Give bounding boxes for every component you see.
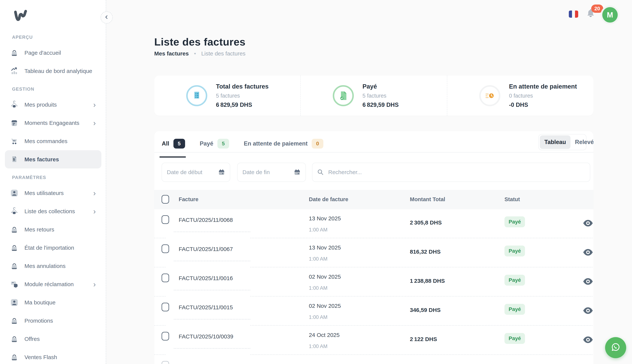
view-invoice-button[interactable]	[583, 336, 593, 344]
view-toggle-releve[interactable]: Relevé	[570, 135, 598, 149]
row-divider	[174, 232, 250, 232]
sidebar-item-mes-utilisateurs[interactable]: Mes utilisateurs›	[5, 184, 101, 202]
invoice-date: 02 Nov 2025	[309, 303, 341, 309]
start-date-input[interactable]	[167, 169, 216, 176]
sidebar-item-module-reclamation[interactable]: Module réclamation›	[5, 275, 101, 293]
tab-en-attente-de-paiement[interactable]: En attente de paiement0	[244, 139, 323, 150]
select-all-checkbox[interactable]	[162, 195, 169, 204]
view-invoice-button[interactable]	[583, 219, 593, 227]
whatsapp-button[interactable]	[605, 337, 626, 358]
invoice-number: FACTU/2025/11/0068	[179, 217, 233, 223]
search-input[interactable]	[328, 169, 585, 176]
sidebar-item-offres[interactable]: Offres	[5, 330, 101, 348]
hanger-icon	[10, 100, 19, 109]
sidebar-item-mes-commandes[interactable]: Mes commandes	[5, 132, 101, 150]
view-toggle-tableau[interactable]: Tableau	[540, 135, 570, 149]
notification-count-badge: 20	[591, 4, 603, 13]
row-checkbox[interactable]	[162, 274, 169, 282]
end-date-field[interactable]	[237, 163, 306, 182]
bag-icon	[10, 243, 19, 252]
sidebar-item-label: Mes produits	[25, 102, 57, 108]
chart-icon	[10, 66, 19, 76]
tab-count-badge: 0	[312, 139, 323, 148]
table-row: FACTU/2025/11/001602 Nov 20251:00 AM1 23…	[154, 268, 593, 297]
view-invoice-button[interactable]	[583, 248, 593, 256]
breadcrumb-item-current-page: Liste des factures	[201, 50, 245, 57]
status-badge: Payé	[504, 304, 525, 315]
stat-card-paye: Payé5 factures6 829,59 DHS	[300, 76, 447, 116]
stat-texts: Total des factures5 factures6 829,59 DHS	[216, 83, 269, 108]
row-checkbox[interactable]	[162, 361, 169, 364]
sidebar-item-tableau-de-bord-analytique[interactable]: Tableau de bord analytique	[5, 62, 101, 80]
status-badge: Payé	[504, 275, 525, 286]
sidebar-item-label: Liste des collections	[25, 208, 75, 214]
row-checkbox[interactable]	[162, 332, 169, 340]
avatar[interactable]: M	[602, 7, 618, 22]
bell-icon	[585, 16, 596, 19]
calendar-icon[interactable]	[218, 168, 225, 176]
table-row: FACTU/2025/11/001502 Nov 20251:00 AM346,…	[154, 297, 593, 326]
tab-paye[interactable]: Payé5	[200, 139, 229, 150]
sidebar-item-page-d-accueil[interactable]: Page d'accueil	[5, 44, 101, 62]
chevron-right-icon: ›	[93, 101, 96, 108]
sidebar-item-mes-annulations[interactable]: Mes annulations	[5, 257, 101, 275]
bag-icon	[10, 316, 19, 325]
sidebar-item-ventes-flash[interactable]: Ventes Flash	[5, 348, 101, 364]
invoice-time: 1:00 AM	[309, 227, 327, 233]
sidebar-item-liste-des-collections[interactable]: Liste des collections›	[5, 202, 101, 220]
invoice-amount: 816,32 DHS	[410, 248, 440, 255]
view-invoice-button[interactable]	[583, 306, 593, 315]
bag-icon	[10, 48, 19, 57]
stat-title: En attente de paiement	[509, 83, 577, 90]
stat-amount: -0 DHS	[509, 102, 577, 108]
start-date-field[interactable]	[162, 163, 230, 182]
stat-texts: En attente de paiement0 factures-0 DHS	[509, 83, 577, 108]
row-checkbox[interactable]	[162, 244, 169, 253]
row-checkbox[interactable]	[162, 303, 169, 311]
breadcrumb: Mes factures • Liste des factures	[154, 50, 245, 57]
sidebar-item-label: Tableau de bord analytique	[25, 68, 92, 74]
sidebar-collapse-button[interactable]	[101, 11, 113, 24]
table-row: FACTU/2025/11/006813 Nov 20251:00 AM2 30…	[154, 209, 593, 238]
sidebar-item-label: Promotions	[25, 318, 53, 324]
sidebar-item-ma-boutique[interactable]: Ma boutique	[5, 293, 101, 312]
sidebar-section-label-parametres: PARAMÈTRES	[12, 172, 106, 182]
invoice-amount: 2 305,8 DHS	[410, 220, 442, 226]
chevron-left-icon	[104, 14, 110, 21]
language-flag-fr[interactable]	[569, 10, 578, 18]
search-field[interactable]	[312, 163, 590, 182]
bag-icon	[10, 262, 19, 270]
tabs-divider	[154, 152, 593, 153]
topbar: 20 M	[106, 0, 632, 26]
end-date-input[interactable]	[242, 169, 291, 176]
column-header-statut: Statut	[504, 196, 520, 202]
hanger-icon	[10, 207, 19, 216]
svg-text:$: $	[13, 158, 15, 161]
invoice-amount: 346,59 DHS	[410, 307, 440, 313]
chevron-right-icon: ›	[93, 208, 96, 215]
brand-logo[interactable]	[13, 8, 29, 25]
chevron-right-icon: ›	[93, 119, 96, 127]
sidebar-section-label-apercu: APERÇU	[12, 32, 106, 42]
sidebar-item-promotions[interactable]: Promotions	[5, 312, 101, 330]
tab-label: All	[162, 140, 169, 147]
calendar-icon[interactable]	[293, 168, 301, 176]
row-checkbox[interactable]	[162, 215, 169, 224]
tab-count-badge: 5	[217, 139, 229, 148]
row-divider	[174, 348, 250, 349]
sidebar-item-label: Mes utilisateurs	[25, 190, 64, 196]
sidebar-item-moments-engageants[interactable]: Moments Engageants›	[5, 114, 101, 132]
sidebar-item-label: Module réclamation	[25, 281, 74, 288]
column-header-montant-total: Montant Total	[410, 196, 445, 202]
sidebar-item-mes-produits[interactable]: Mes produits›	[5, 96, 101, 114]
view-invoice-button[interactable]	[583, 277, 593, 286]
stat-title: Total des factures	[216, 83, 269, 90]
sidebar-item-mes-factures[interactable]: $Mes factures	[5, 150, 101, 168]
bag-icon	[10, 225, 19, 234]
breadcrumb-item-mes-factures[interactable]: Mes factures	[154, 50, 189, 57]
sidebar-item-etat-de-l-importation[interactable]: État de l'importation	[5, 238, 101, 257]
sidebar-item-mes-retours[interactable]: Mes retours	[5, 220, 101, 238]
invoice-amount: 1 238,88 DHS	[410, 278, 445, 284]
chat-icon	[10, 280, 19, 289]
tab-all[interactable]: All5	[162, 139, 185, 150]
